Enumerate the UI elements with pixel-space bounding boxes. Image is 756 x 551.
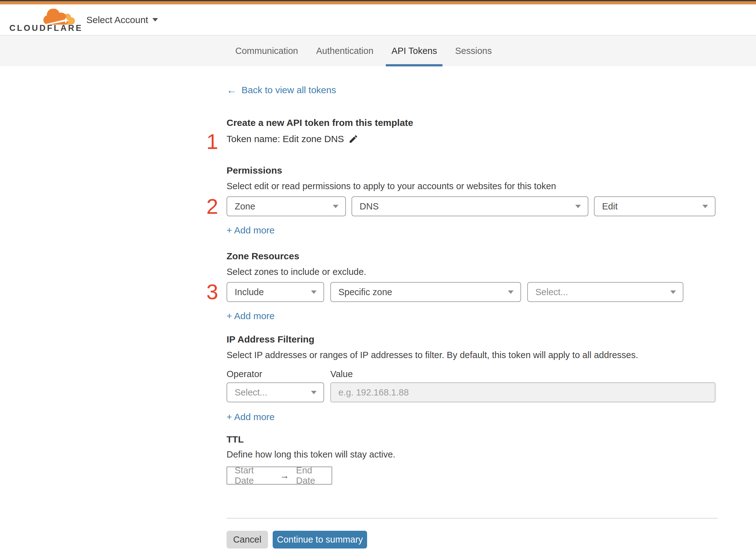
zone-resources-section: Zone Resources Select zones to include o… — [226, 250, 718, 321]
tab-sessions[interactable]: Sessions — [455, 36, 492, 66]
permission-scope-select[interactable]: Zone — [226, 196, 346, 216]
ttl-section: TTL Define how long this token will stay… — [226, 434, 718, 485]
tab-bar: Communication Authentication API Tokens … — [0, 35, 756, 66]
ip-filtering-add-more-link[interactable]: + Add more — [226, 412, 274, 422]
footer-actions: Cancel Continue to summary — [226, 531, 718, 549]
cloudflare-wordmark: CLOUDFLARE — [9, 23, 83, 33]
ip-value-input[interactable] — [330, 382, 716, 402]
tab-communication[interactable]: Communication — [235, 36, 298, 66]
ttl-description: Define how long this token will stay act… — [226, 449, 718, 460]
back-arrow-icon: ← — [226, 85, 236, 95]
account-selector[interactable]: Select Account — [86, 4, 158, 35]
zone-picker-select[interactable]: Select... — [527, 282, 683, 302]
zone-scope-select[interactable]: Specific zone — [330, 282, 521, 302]
cloudflare-logo[interactable]: CLOUDFLARE — [9, 7, 72, 34]
permission-resource-select[interactable]: DNS — [351, 196, 588, 216]
ttl-date-range-picker[interactable]: Start Date → End Date — [226, 467, 332, 485]
cancel-button[interactable]: Cancel — [226, 531, 268, 549]
end-date-placeholder: End Date — [296, 465, 331, 486]
chevron-down-icon — [311, 391, 316, 394]
account-selector-label: Select Account — [86, 15, 148, 25]
permissions-description: Select edit or read permissions to apply… — [226, 180, 718, 192]
permissions-add-more-link[interactable]: + Add more — [226, 225, 274, 235]
start-date-placeholder: Start Date — [235, 465, 273, 486]
zone-resources-add-more-link[interactable]: + Add more — [226, 311, 274, 321]
value-label: Value — [330, 369, 353, 379]
ip-filtering-section: IP Address Filtering Select IP addresses… — [226, 334, 718, 422]
operator-label: Operator — [226, 369, 330, 379]
footer-divider — [226, 518, 718, 519]
ip-filtering-description: Select IP addresses or ranges of IP addr… — [226, 349, 718, 361]
back-link-label: Back to view all tokens — [241, 85, 336, 95]
chevron-down-icon — [702, 205, 708, 208]
permissions-title: Permissions — [226, 164, 718, 176]
ip-operator-select[interactable]: Select... — [226, 382, 324, 402]
chevron-down-icon — [508, 291, 514, 294]
app-header: CLOUDFLARE Select Account — [0, 4, 756, 35]
chevron-down-icon — [152, 18, 158, 21]
tab-api-tokens[interactable]: API Tokens — [392, 36, 437, 66]
ip-filtering-title: IP Address Filtering — [226, 334, 718, 345]
chevron-down-icon — [333, 205, 338, 208]
token-name-section: Create a new API token from this templat… — [226, 117, 718, 144]
zone-resources-description: Select zones to include or exclude. — [226, 266, 718, 278]
zone-resources-title: Zone Resources — [226, 250, 718, 262]
continue-to-summary-button[interactable]: Continue to summary — [273, 531, 367, 549]
step-number-3: 3 — [201, 281, 218, 302]
create-token-title: Create a new API token from this templat… — [226, 117, 718, 129]
ttl-title: TTL — [226, 434, 718, 445]
step-number-1: 1 — [201, 131, 218, 152]
permission-access-select[interactable]: Edit — [594, 196, 716, 216]
zone-mode-select[interactable]: Include — [226, 282, 324, 302]
brand-accent-bar — [0, 1, 756, 4]
tab-authentication[interactable]: Authentication — [316, 36, 373, 66]
edit-pencil-icon[interactable] — [348, 134, 358, 144]
back-to-tokens-link[interactable]: ← Back to view all tokens — [226, 85, 336, 95]
arrow-right-icon: → — [280, 470, 289, 481]
step-number-2: 2 — [201, 196, 218, 217]
token-name-text: Token name: Edit zone DNS — [226, 134, 344, 144]
chevron-down-icon — [311, 291, 316, 294]
permissions-section: Permissions Select edit or read permissi… — [226, 164, 718, 235]
chevron-down-icon — [670, 291, 676, 294]
chevron-down-icon — [575, 205, 581, 208]
